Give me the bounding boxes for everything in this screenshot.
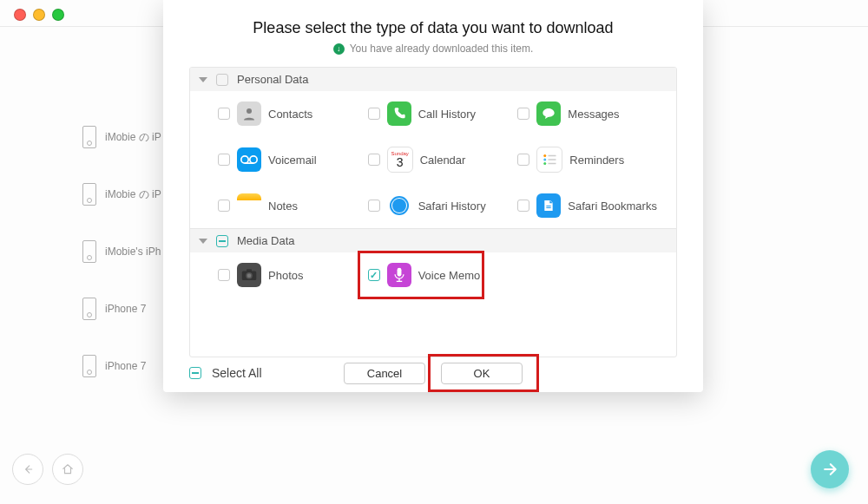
- checkbox[interactable]: [218, 200, 230, 212]
- phone-icon: [82, 183, 96, 206]
- item-label: Notes: [268, 200, 298, 213]
- microphone-icon: [387, 263, 411, 287]
- phone-icon: [82, 355, 96, 377]
- modal-footer: Select All Cancel OK: [163, 357, 703, 392]
- svg-rect-5: [549, 155, 556, 157]
- item-safari-history[interactable]: Safari History: [368, 193, 518, 218]
- media-items-grid: Photos Voice Memo: [190, 252, 676, 298]
- checkbox[interactable]: [368, 269, 380, 281]
- calendar-day: 3: [397, 156, 404, 168]
- svg-rect-9: [549, 163, 556, 165]
- notes-icon: [237, 193, 261, 218]
- next-button[interactable]: [811, 450, 849, 488]
- item-notes[interactable]: Notes: [218, 193, 368, 218]
- svg-rect-15: [547, 206, 551, 206]
- svg-point-1: [241, 156, 248, 163]
- svg-point-6: [544, 159, 547, 161]
- svg-point-8: [544, 162, 547, 165]
- voicemail-icon: [237, 147, 261, 172]
- svg-point-0: [247, 108, 252, 114]
- ok-button[interactable]: OK: [441, 363, 523, 384]
- item-voice-memo[interactable]: Voice Memo: [368, 263, 518, 287]
- modal-header: Please select the type of data you want …: [163, 0, 703, 55]
- select-all-label: Select All: [212, 366, 262, 380]
- device-label: iPhone 7: [105, 360, 146, 372]
- device-label: iPhone 7: [105, 303, 146, 315]
- checkbox[interactable]: [218, 269, 230, 281]
- modal-title: Please select the type of data you want …: [163, 19, 703, 37]
- item-label: Messages: [568, 108, 619, 121]
- close-icon[interactable]: [14, 9, 26, 21]
- group-label: Personal Data: [237, 73, 308, 86]
- contacts-icon: [237, 101, 261, 126]
- checkbox[interactable]: [218, 108, 230, 120]
- item-messages[interactable]: Messages: [517, 101, 667, 126]
- item-safari-bookmarks[interactable]: Safari Bookmarks: [517, 193, 667, 218]
- checkbox[interactable]: [517, 154, 529, 166]
- item-voicemail[interactable]: Voicemail: [218, 147, 368, 173]
- personal-items-grid: Contacts Call History Messages: [190, 91, 676, 228]
- footer-buttons: Cancel OK: [344, 363, 523, 384]
- svg-point-12: [392, 199, 406, 213]
- item-label: Voicemail: [268, 154, 317, 167]
- svg-point-20: [247, 274, 252, 278]
- checkbox[interactable]: [517, 200, 529, 212]
- item-reminders[interactable]: Reminders: [517, 147, 667, 173]
- nav-buttons: [12, 454, 83, 485]
- back-button[interactable]: [12, 454, 43, 485]
- zoom-icon[interactable]: [52, 9, 64, 21]
- item-label: Safari History: [418, 200, 486, 213]
- item-photos[interactable]: Photos: [218, 263, 368, 287]
- safari-history-icon: [387, 193, 411, 218]
- checkbox[interactable]: [517, 108, 529, 120]
- minimize-icon[interactable]: [33, 9, 45, 21]
- modal-subtitle: ↓ You have already downloaded this item.: [333, 43, 534, 55]
- item-label: Calendar: [420, 154, 466, 167]
- item-contacts[interactable]: Contacts: [218, 101, 368, 126]
- home-button[interactable]: [52, 454, 83, 485]
- phone-icon: [82, 298, 96, 320]
- ok-label: OK: [474, 367, 490, 380]
- checkbox-media-group[interactable]: [216, 235, 228, 247]
- svg-point-2: [250, 156, 257, 163]
- caret-down-icon: [199, 77, 207, 82]
- cancel-label: Cancel: [367, 367, 402, 380]
- device-label: iMobie's iPh: [105, 245, 161, 258]
- caret-down-icon: [199, 239, 207, 244]
- item-label: Contacts: [268, 108, 312, 121]
- cancel-button[interactable]: Cancel: [344, 363, 425, 384]
- item-call-history[interactable]: Call History: [368, 101, 518, 126]
- ok-wrapper: OK: [441, 363, 523, 384]
- phone-icon: [82, 240, 96, 263]
- checkbox-personal-group[interactable]: [216, 74, 228, 86]
- item-calendar[interactable]: Sunday 3 Calendar: [368, 147, 518, 173]
- data-type-list: Personal Data Contacts Call History: [189, 67, 677, 357]
- device-label: iMobie の iP: [105, 187, 161, 202]
- svg-rect-21: [397, 268, 401, 277]
- item-label: Voice Memo: [418, 269, 481, 282]
- select-all-toggle[interactable]: Select All: [189, 366, 262, 380]
- checkbox-select-all[interactable]: [189, 367, 201, 379]
- item-label: Call History: [418, 108, 476, 121]
- item-label: Photos: [268, 269, 303, 282]
- checkbox[interactable]: [218, 154, 230, 166]
- calendar-icon: Sunday 3: [387, 147, 413, 173]
- phone-icon: [387, 101, 411, 126]
- svg-rect-18: [247, 269, 252, 272]
- group-header-personal[interactable]: Personal Data: [190, 68, 676, 91]
- home-icon: [62, 463, 74, 475]
- modal-subtitle-text: You have already downloaded this item.: [350, 43, 534, 55]
- window-controls: [14, 9, 64, 21]
- checkbox[interactable]: [368, 154, 380, 166]
- data-select-modal: Please select the type of data you want …: [163, 0, 703, 392]
- safari-bookmarks-icon: [536, 193, 561, 218]
- arrow-left-icon: [22, 463, 34, 475]
- camera-icon: [237, 263, 261, 287]
- item-label: Reminders: [569, 154, 624, 167]
- group-label: Media Data: [237, 234, 294, 247]
- checkbox[interactable]: [368, 108, 380, 120]
- reminders-icon: [536, 147, 562, 173]
- group-header-media[interactable]: Media Data: [190, 228, 676, 252]
- checkbox[interactable]: [368, 200, 380, 212]
- phone-icon: [82, 126, 96, 148]
